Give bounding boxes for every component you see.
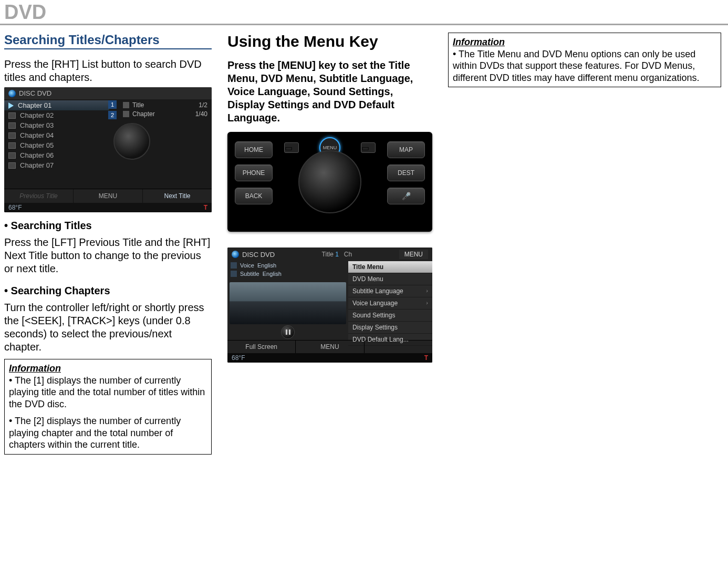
menu-item[interactable]: DVD Menu	[348, 273, 432, 285]
chapter-item[interactable]: Chapter 04	[4, 130, 109, 140]
temperature: 68°F	[232, 354, 245, 362]
subtitle-value: English	[263, 271, 282, 277]
shot1-soft-buttons: Previous Title MENU Next Title	[4, 189, 212, 203]
shot1-info-panel: 1 Title 1/2 2 Chapter 1/40	[109, 99, 212, 189]
page-title: DVD	[0, 0, 728, 25]
menu-item[interactable]: Title Menu	[348, 261, 432, 273]
subtitle-label: Subtitle	[240, 271, 259, 277]
chapter-value: 1/40	[195, 110, 207, 118]
pause-button[interactable]	[281, 325, 295, 339]
menu-item-label: Display Settings	[352, 324, 398, 331]
speaker-icon	[231, 262, 237, 269]
chapter-label: Chapter 06	[20, 151, 54, 159]
chapter-item[interactable]: Chapter 07	[4, 160, 109, 170]
shot3-menu-header: MENU	[399, 250, 428, 259]
disc-icon	[8, 90, 16, 97]
controller-dial[interactable]	[298, 150, 361, 213]
mid-intro: Press the [MENU] key to set the Title Me…	[227, 59, 432, 125]
shot3-header: DISC DVD Title 1 Ch MENU	[227, 248, 432, 261]
voice-value: English	[257, 262, 276, 269]
chapter-label: Chapter 01	[18, 101, 51, 109]
searching-titles-body: Press the [LFT] Previous Title and the […	[4, 236, 212, 275]
back-button[interactable]: BACK	[235, 188, 273, 204]
disc-icon	[232, 251, 239, 258]
menu-item[interactable]: Subtitle Language›	[348, 285, 432, 297]
temperature: 68°F	[8, 204, 22, 211]
chevron-right-icon: ›	[426, 300, 428, 307]
chapter-label: Chapter 05	[20, 141, 54, 149]
shot3-soft-buttons: Full Screen MENU	[227, 340, 432, 353]
chapter-icon	[8, 162, 16, 169]
antenna-icon: T	[204, 204, 207, 211]
chapter-label: Chapter 04	[20, 131, 54, 139]
map-button[interactable]: MAP	[387, 141, 425, 158]
searching-chapters-heading: • Searching Chapters	[4, 285, 212, 297]
info-body-right: • The Title Menu and DVD Menu options ca…	[453, 48, 716, 84]
toggle-left-icon[interactable]: ▭	[284, 142, 299, 153]
menu-soft-button[interactable]: MENU	[296, 341, 364, 353]
shot1-header-label: DISC DVD	[19, 89, 51, 97]
chapter-item[interactable]: Chapter 03	[4, 120, 109, 130]
menu-button[interactable]: MENU	[74, 189, 143, 203]
menu-item-label: DVD Menu	[352, 275, 383, 283]
chapter-label: Chapter 07	[20, 161, 54, 169]
shot1-header: DISC DVD	[4, 87, 212, 99]
chapter-item[interactable]: Chapter 06	[4, 150, 109, 160]
next-title-button[interactable]: Next Title	[143, 189, 212, 203]
toggle-right-icon[interactable]: ▭	[361, 142, 376, 153]
voice-label: Voice	[240, 262, 254, 269]
chapter-item[interactable]: Chapter 01	[4, 100, 109, 110]
searching-titles-heading: • Searching Titles	[4, 220, 212, 232]
marker-1: 1	[108, 100, 117, 109]
chapter-item[interactable]: Chapter 02	[4, 110, 109, 120]
chevron-right-icon: ›	[426, 287, 428, 295]
left-heading: Searching Titles/Chapters	[4, 33, 212, 49]
menu-item-label: Sound Settings	[352, 312, 395, 319]
info-bullet-2: • The [2] displays the number of current…	[9, 415, 207, 451]
subtitle-icon	[231, 271, 237, 277]
jog-dial-icon	[113, 123, 150, 160]
menu-item[interactable]: Display Settings	[348, 322, 432, 334]
screenshot-chapter-list: DISC DVD Chapter 01Chapter 02Chapter 03C…	[4, 87, 212, 212]
antenna-icon: T	[424, 354, 428, 362]
shot3-menu-list: Title MenuDVD MenuSubtitle Language›Voic…	[348, 261, 432, 340]
previous-title-button[interactable]: Previous Title	[4, 189, 74, 203]
chapter-icon	[123, 111, 129, 117]
chapter-item[interactable]: Chapter 05	[4, 140, 109, 150]
info-bullet-1: • The [1] displays the number of current…	[9, 375, 207, 410]
dest-button[interactable]: DEST	[387, 164, 425, 181]
full-screen-button[interactable]: Full Screen	[227, 341, 296, 353]
menu-item-label: Title Menu	[352, 263, 383, 271]
shot3-status-bar: 68°F T	[227, 353, 432, 363]
chapter-icon	[8, 152, 16, 159]
info-title-left: Information	[9, 363, 207, 375]
shot1-status-bar: 68°F T	[4, 203, 212, 212]
chapter-label: Chapter 02	[20, 111, 54, 119]
chapter-label: Chapter	[132, 110, 155, 118]
chapter-icon	[8, 112, 16, 119]
blank-soft-button	[365, 341, 432, 353]
screenshot-dvd-menu: DISC DVD Title 1 Ch MENU Voice English	[227, 248, 432, 363]
menu-item-label: Subtitle Language	[352, 287, 403, 295]
video-thumbnail	[230, 282, 346, 324]
title-value: 1/2	[199, 101, 207, 109]
chapter-icon	[8, 142, 16, 149]
shot3-preview-pane: Voice English Subtitle English	[227, 261, 348, 340]
searching-chapters-body: Turn the controller left/right or shortl…	[4, 301, 212, 354]
menu-item[interactable]: Voice Language›	[348, 297, 432, 310]
title-icon	[123, 102, 129, 108]
info-box-left: Information • The [1] displays the numbe…	[4, 359, 212, 455]
chapter-icon	[8, 132, 16, 139]
home-button[interactable]: HOME	[235, 141, 273, 158]
phone-button[interactable]: PHONE	[235, 164, 273, 181]
play-icon	[8, 102, 14, 109]
marker-2: 2	[108, 111, 117, 119]
chapter-list: Chapter 01Chapter 02Chapter 03Chapter 04…	[4, 99, 109, 189]
voice-button[interactable]: 🎤	[387, 188, 425, 204]
menu-item[interactable]: Sound Settings	[348, 310, 432, 322]
info-title-right: Information	[453, 36, 716, 48]
shot3-header-label: DISC DVD	[242, 251, 275, 259]
mid-heading: Using the Menu Key	[227, 33, 432, 50]
menu-item-label: Voice Language	[352, 300, 398, 307]
left-intro: Press the [RHT] List button to search DV…	[4, 58, 212, 84]
